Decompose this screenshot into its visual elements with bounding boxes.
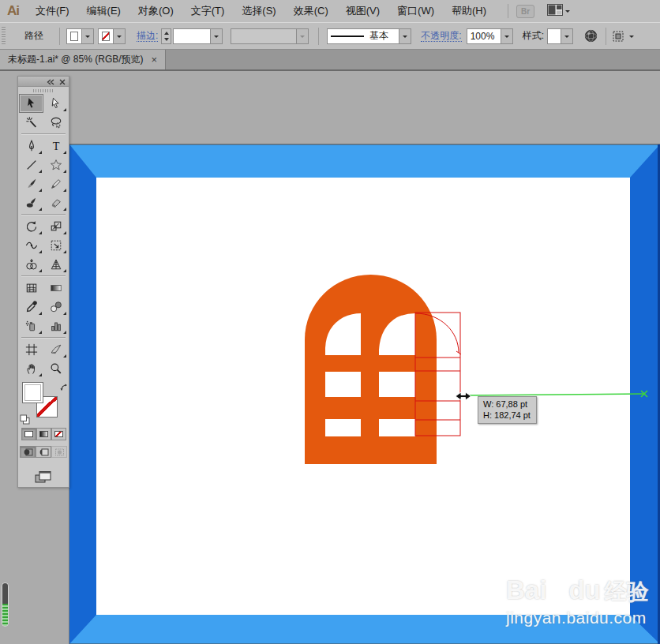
fill-color-picker[interactable] — [66, 28, 94, 44]
color-paint-button[interactable] — [21, 428, 36, 440]
magic-wand-tool[interactable] — [19, 113, 43, 132]
draw-normal-button[interactable] — [20, 446, 36, 458]
menu-view[interactable]: 视图(V) — [337, 0, 388, 22]
opacity-dropdown-button[interactable] — [501, 28, 513, 44]
lasso-tool[interactable] — [43, 113, 68, 132]
brush-dropdown-button[interactable] — [399, 28, 411, 44]
stroke-dropdown-button[interactable] — [114, 28, 126, 44]
stroke-color-picker[interactable] — [98, 28, 126, 44]
pencil-tool[interactable] — [43, 174, 68, 193]
brush-definition-combo[interactable]: 基本 — [327, 28, 411, 44]
style-label: 样式: — [523, 29, 544, 43]
change-screen-mode-button[interactable] — [28, 467, 58, 486]
style-dropdown-button[interactable] — [561, 28, 573, 44]
select-similar-dropdown-arrow-icon — [629, 36, 634, 40]
draw-behind-button[interactable] — [36, 446, 51, 458]
column-graph-tool[interactable] — [43, 316, 68, 335]
opacity-panel-link[interactable]: 不透明度: — [421, 31, 461, 42]
tool-group-divider — [21, 337, 66, 339]
menu-help[interactable]: 帮助(H) — [443, 0, 495, 22]
menu-effect[interactable]: 效果(C) — [285, 0, 337, 22]
paintbrush-icon — [25, 178, 38, 190]
recolor-artwork-button[interactable] — [584, 29, 598, 43]
stroke-weight-dropdown-button[interactable] — [211, 28, 223, 44]
menu-type[interactable]: 文字(T) — [182, 0, 234, 22]
hand-tool[interactable] — [19, 359, 43, 378]
width-tool[interactable] — [19, 236, 43, 255]
menu-file[interactable]: 文件(F) — [27, 0, 78, 22]
tool-group-divider — [21, 275, 66, 277]
menu-window[interactable]: 窗口(W) — [388, 0, 443, 22]
measurement-tooltip: W: 67,88 pt H: 182,74 pt — [478, 396, 537, 424]
slice-tool[interactable] — [43, 340, 68, 359]
selection-tool[interactable] — [19, 94, 43, 113]
watermark-brand-suffix: 经验 — [605, 581, 649, 603]
bridge-button[interactable]: Br — [516, 5, 534, 18]
menu-select[interactable]: 选择(S) — [233, 0, 284, 22]
scale-icon — [50, 220, 62, 233]
opacity-combo[interactable]: 100% — [467, 28, 513, 44]
menu-object[interactable]: 对象(O) — [129, 0, 182, 22]
rotate-icon — [25, 220, 38, 233]
fill-proxy-swatch[interactable] — [22, 382, 43, 403]
select-similar-button[interactable] — [613, 31, 634, 42]
eyedropper-tool[interactable] — [19, 298, 43, 316]
line-segment-tool[interactable] — [19, 155, 43, 174]
eraser-tool[interactable] — [43, 193, 68, 212]
style-combo[interactable] — [547, 28, 573, 44]
pen-tool[interactable] — [19, 137, 43, 155]
symbol-sprayer-icon — [25, 320, 38, 332]
scale-tool[interactable] — [43, 217, 68, 236]
paintbrush-tool[interactable] — [19, 174, 43, 193]
artboard-icon — [25, 343, 38, 356]
type-tool[interactable]: T — [43, 137, 68, 155]
stroke-weight-combo[interactable] — [173, 28, 223, 44]
shape-builder-icon — [25, 258, 38, 271]
none-paint-button[interactable] — [51, 428, 66, 440]
fill-swatch-icon — [70, 32, 78, 41]
mesh-tool[interactable] — [19, 279, 43, 298]
control-bar-grip[interactable] — [2, 27, 6, 46]
perspective-grid-tool[interactable] — [43, 255, 68, 274]
draw-behind-icon — [39, 448, 49, 456]
draw-inside-icon — [54, 448, 65, 456]
fill-dropdown-button[interactable] — [82, 28, 94, 44]
workspace-switcher-button[interactable] — [547, 4, 570, 18]
artboard-tool[interactable] — [19, 340, 43, 359]
panel-collapse-icon[interactable] — [47, 74, 54, 88]
swap-fill-stroke-icon[interactable] — [59, 381, 69, 395]
control-bar-divider — [59, 28, 60, 45]
gradient-tool[interactable] — [43, 279, 68, 298]
document-tab[interactable]: 未标题-1.ai* @ 85% (RGB/预览) × — [0, 50, 166, 69]
screen-mode-icon — [35, 470, 52, 484]
stroke-panel-link[interactable]: 描边: — [137, 31, 158, 42]
opacity-value[interactable]: 100% — [467, 28, 501, 44]
zoom-tool[interactable] — [43, 359, 68, 378]
lasso-icon — [50, 116, 62, 129]
menu-edit[interactable]: 编辑(E) — [78, 0, 129, 22]
menubar-divider — [508, 4, 508, 18]
symbol-sprayer-tool[interactable] — [19, 316, 43, 335]
tab-close-icon[interactable]: × — [152, 54, 158, 65]
fill-stroke-widget — [18, 380, 69, 425]
stroke-weight-stepper[interactable] — [161, 28, 171, 44]
tooltip-height-value: H: 182,74 pt — [483, 410, 531, 421]
selection-icon — [25, 97, 38, 110]
magic-wand-icon — [25, 116, 38, 129]
blend-tool[interactable] — [43, 298, 68, 316]
rotate-tool[interactable] — [19, 217, 43, 236]
default-fill-stroke-icon[interactable] — [20, 414, 30, 428]
direct-selection-tool[interactable] — [43, 94, 68, 113]
blob-brush-tool[interactable] — [19, 193, 43, 212]
star-tool[interactable] — [43, 155, 68, 174]
gradient-paint-button[interactable] — [36, 428, 51, 440]
free-transform-tool[interactable] — [43, 236, 68, 255]
canvas-area[interactable] — [0, 71, 660, 644]
panel-close-icon[interactable] — [59, 74, 66, 88]
stroke-weight-value[interactable] — [173, 28, 211, 44]
baidu-paw-icon — [547, 575, 568, 601]
shape-builder-tool[interactable] — [19, 255, 43, 274]
tools-panel-header[interactable] — [18, 77, 69, 87]
canvas-workspace[interactable]: W: 67,88 pt H: 182,74 pt Bai du 经验 jingy… — [0, 71, 660, 644]
gradient-paint-icon — [39, 431, 48, 437]
